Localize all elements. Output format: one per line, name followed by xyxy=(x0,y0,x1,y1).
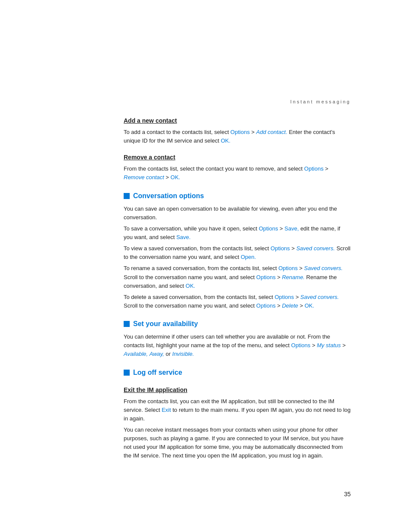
link-options-4[interactable]: Options xyxy=(271,245,290,252)
link-rename[interactable]: Rename. xyxy=(282,274,305,280)
link-available[interactable]: Available, xyxy=(124,351,148,357)
para-exit-1: From the contacts list, you can exit the… xyxy=(124,397,351,423)
link-my-status[interactable]: My status xyxy=(317,342,341,348)
section-remove-contact: Remove a contact From the contacts list,… xyxy=(124,153,351,182)
link-options-8[interactable]: Options xyxy=(256,302,276,309)
para-conv-5: To delete a saved conversation, from the… xyxy=(124,293,351,310)
link-options-6[interactable]: Options xyxy=(256,274,276,280)
heading-log-off: Log off service xyxy=(124,367,351,378)
heading-add-new-contact: Add a new contact xyxy=(124,116,351,125)
section-add-new-contact: Add a new contact To add a contact to th… xyxy=(124,116,351,145)
heading-exit-im: Exit the IM application xyxy=(124,386,351,395)
link-save-2[interactable]: Save. xyxy=(176,234,190,240)
link-invisible[interactable]: Invisible. xyxy=(172,351,194,357)
section-conversation-options: Conversation options You can save an ope… xyxy=(124,191,351,311)
para-add-contact: To add a contact to the contacts list, s… xyxy=(124,128,351,145)
link-ok-4[interactable]: OK. xyxy=(305,302,314,309)
link-options-1[interactable]: Options xyxy=(230,129,250,135)
link-options-7[interactable]: Options xyxy=(274,294,294,300)
heading-set-availability-label: Set your availability xyxy=(133,319,198,329)
page-header: Instant messaging xyxy=(0,0,411,109)
heading-remove-contact: Remove a contact xyxy=(124,153,351,162)
heading-conversation-options: Conversation options xyxy=(124,191,351,201)
blue-square-icon xyxy=(124,193,130,199)
link-ok-2[interactable]: OK. xyxy=(171,174,180,180)
heading-log-off-label: Log off service xyxy=(133,367,182,378)
blue-square-icon-3 xyxy=(124,370,130,376)
link-save-1[interactable]: Save, xyxy=(284,225,299,232)
link-delete[interactable]: Delete xyxy=(282,302,298,309)
page-number: 35 xyxy=(344,491,351,498)
link-exit[interactable]: Exit xyxy=(162,407,171,413)
content-area: Add a new contact To add a contact to th… xyxy=(0,116,411,460)
link-remove-contact[interactable]: Remove contact xyxy=(124,174,164,180)
link-saved-convers-3[interactable]: Saved convers. xyxy=(300,294,339,300)
para-conv-1: You can save an open conversation to be … xyxy=(124,205,351,222)
link-away[interactable]: Away, xyxy=(149,351,164,357)
para-remove-contact: From the contacts list, select the conta… xyxy=(124,165,351,182)
heading-conversation-options-label: Conversation options xyxy=(133,191,204,201)
para-conv-3: To view a saved conversation, from the c… xyxy=(124,244,351,261)
link-ok-3[interactable]: OK. xyxy=(186,283,195,289)
link-options-3[interactable]: Options xyxy=(259,225,278,232)
para-conv-2: To save a conversation, while you have i… xyxy=(124,224,351,242)
section-set-availability: Set your availability You can determine … xyxy=(124,319,351,358)
blue-square-icon-2 xyxy=(124,321,130,327)
para-conv-4: To rename a saved conversation, from the… xyxy=(124,264,351,290)
page: Instant messaging Add a new contact To a… xyxy=(0,0,411,532)
header-label: Instant messaging xyxy=(290,99,351,104)
link-saved-convers-1[interactable]: Saved convers. xyxy=(296,245,335,252)
section-log-off: Log off service xyxy=(124,367,351,378)
link-options-9[interactable]: Options xyxy=(291,342,311,348)
link-open-1[interactable]: Open. xyxy=(241,254,256,260)
link-saved-convers-2[interactable]: Saved convers. xyxy=(304,265,343,271)
section-exit-im: Exit the IM application From the contact… xyxy=(124,386,351,460)
para-availability-1: You can determine if other users can tel… xyxy=(124,333,351,358)
heading-set-availability: Set your availability xyxy=(124,319,351,329)
link-options-2[interactable]: Options xyxy=(304,165,324,172)
link-ok-1[interactable]: OK. xyxy=(221,137,230,144)
para-exit-2: You can receive instant messages from yo… xyxy=(124,426,351,460)
link-options-5[interactable]: Options xyxy=(278,265,298,271)
link-add-contact[interactable]: Add contact. xyxy=(256,129,287,135)
